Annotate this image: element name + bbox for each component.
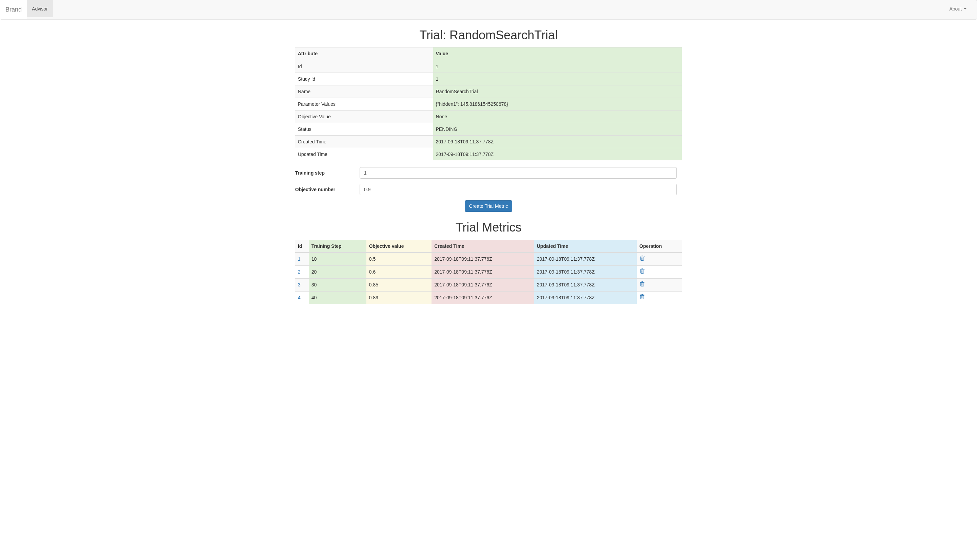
metric-created-time-cell: 2017-09-18T09:11:37.776Z [431,278,534,291]
table-row: Created Time2017-09-18T09:11:37.778Z [295,136,682,148]
training-step-label: Training step [295,170,359,176]
table-row: StatusPENDING [295,123,682,136]
metric-created-time-cell: 2017-09-18T09:11:37.776Z [431,253,534,266]
table-row: Study Id1 [295,73,682,85]
table-row: Updated Time2017-09-18T09:11:37.778Z [295,148,682,161]
attr-cell: Updated Time [295,148,433,161]
value-cell: 1 [433,60,682,73]
value-cell: 2017-09-18T09:11:37.778Z [433,148,682,161]
metric-updated-time-cell: 2017-09-18T09:11:37.778Z [534,291,637,304]
metric-operation-cell [637,253,682,266]
attr-cell: Objective Value [295,110,433,123]
metrics-header-id: Id [295,240,309,253]
navbar-right: About [944,0,972,19]
table-row: 3300.852017-09-18T09:11:37.776Z2017-09-1… [295,278,682,291]
metric-operation-cell [637,291,682,304]
metrics-table: Id Training Step Objective value Created… [295,240,682,304]
metric-id-cell: 2 [295,265,309,278]
metric-updated-time-cell: 2017-09-18T09:11:37.778Z [534,265,637,278]
attr-cell: Study Id [295,73,433,85]
trash-icon [640,268,645,274]
objective-number-label: Objective number [295,186,359,193]
form-group-objective-number: Objective number [295,184,682,195]
metric-training-step-cell: 20 [309,265,366,278]
attr-cell: Created Time [295,136,433,148]
metric-operation-cell [637,265,682,278]
metrics-header-training-step: Training Step [309,240,366,253]
value-cell: None [433,110,682,123]
table-row: Objective ValueNone [295,110,682,123]
navbar-nav: Advisor [27,0,53,19]
table-row: Id1 [295,60,682,73]
form-group-training-step: Training step [295,167,682,178]
value-cell: PENDING [433,123,682,136]
value-cell: 2017-09-18T09:11:37.778Z [433,136,682,148]
attr-cell: Status [295,123,433,136]
delete-metric-button[interactable] [640,282,645,288]
metric-updated-time-cell: 2017-09-18T09:11:37.778Z [534,278,637,291]
metric-objective-value-cell: 0.5 [366,253,431,266]
objective-number-input[interactable] [359,184,677,195]
nav-link-advisor[interactable]: Advisor [27,0,53,17]
attr-cell: Name [295,85,433,98]
value-cell: 1 [433,73,682,85]
metric-training-step-cell: 40 [309,291,366,304]
table-row: Parameter Values{"hidden1": 145.81861545… [295,98,682,110]
metric-objective-value-cell: 0.89 [366,291,431,304]
trash-icon [640,282,645,287]
trash-icon [640,256,645,261]
metric-id-link[interactable]: 2 [298,269,301,275]
metric-id-link[interactable]: 4 [298,295,301,300]
metric-id-link[interactable]: 3 [298,282,301,287]
delete-metric-button[interactable] [640,295,645,301]
training-step-input[interactable] [359,167,677,178]
nav-item-about: About [944,0,972,19]
metrics-header-created-time: Created Time [431,240,534,253]
trash-icon [640,294,645,300]
metric-updated-time-cell: 2017-09-18T09:11:37.778Z [534,253,637,266]
metric-training-step-cell: 30 [309,278,366,291]
metric-created-time-cell: 2017-09-18T09:11:37.776Z [431,265,534,278]
create-metric-form: Training step Objective number Create Tr… [295,167,682,212]
navbar-brand[interactable]: Brand [0,0,27,19]
page-title: Trial: RandomSearchTrial [295,27,682,44]
metric-id-cell: 4 [295,291,309,304]
table-row: NameRandomSearchTrial [295,85,682,98]
metric-objective-value-cell: 0.6 [366,265,431,278]
value-cell: {"hidden1": 145.81861545250678} [433,98,682,110]
metric-operation-cell [637,278,682,291]
delete-metric-button[interactable] [640,257,645,262]
metric-id-cell: 1 [295,253,309,266]
metrics-title: Trial Metrics [295,218,682,236]
table-row: 4400.892017-09-18T09:11:37.776Z2017-09-1… [295,291,682,304]
metrics-header-updated-time: Updated Time [534,240,637,253]
metrics-header-operation: Operation [637,240,682,253]
attributes-table: Attribute Value Id1Study Id1NameRandomSe… [295,47,682,160]
navbar: Brand Advisor About [0,0,977,20]
metric-training-step-cell: 10 [309,253,366,266]
attr-header-value: Value [433,47,682,60]
metric-objective-value-cell: 0.85 [366,278,431,291]
nav-item-advisor: Advisor [27,0,53,19]
table-row: 1100.52017-09-18T09:11:37.776Z2017-09-18… [295,253,682,266]
delete-metric-button[interactable] [640,270,645,275]
nav-link-about[interactable]: About [944,0,972,17]
attr-header-attribute: Attribute [295,47,433,60]
metric-id-link[interactable]: 1 [298,256,301,262]
attr-cell: Parameter Values [295,98,433,110]
navbar-left: Brand Advisor [0,0,53,19]
table-row: 2200.62017-09-18T09:11:37.776Z2017-09-18… [295,265,682,278]
attr-cell: Id [295,60,433,73]
metric-id-cell: 3 [295,278,309,291]
chevron-down-icon [964,8,967,10]
create-trial-metric-button[interactable]: Create Trial Metric [465,200,512,212]
main-container: Trial: RandomSearchTrial Attribute Value… [290,27,687,304]
metrics-header-objective-value: Objective value [366,240,431,253]
nav-about-label: About [949,5,962,12]
value-cell: RandomSearchTrial [433,85,682,98]
metric-created-time-cell: 2017-09-18T09:11:37.776Z [431,291,534,304]
